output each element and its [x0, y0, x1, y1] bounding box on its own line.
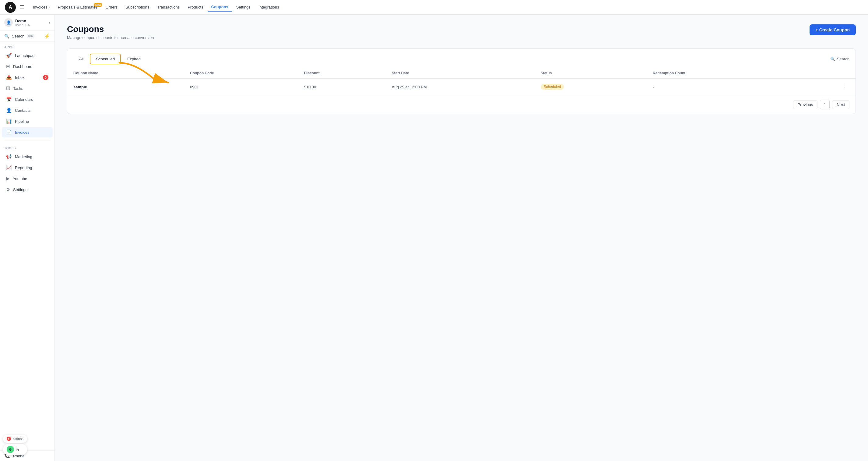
sidebar-search[interactable]: 🔍 Search ⌘K ⚡: [0, 31, 55, 42]
sidebar-user[interactable]: 👤 Demo Irvine, CA ▾: [0, 15, 55, 31]
next-button[interactable]: Next: [832, 100, 849, 109]
coupon-name-cell: sample: [67, 79, 184, 95]
search-icon: 🔍: [830, 57, 835, 61]
row-options-button[interactable]: ⋮: [840, 83, 849, 91]
sidebar-item-inbox[interactable]: 📥 Inbox 0: [2, 72, 53, 83]
col-discount: Discount: [298, 68, 385, 79]
main-content: Coupons Manage coupon discounts to incre…: [55, 15, 868, 461]
settings-icon: ⚙: [6, 187, 10, 192]
sidebar-item-calendars[interactable]: 📅 Calendars: [2, 94, 53, 105]
coupon-startdate-cell: Aug 29 at 12:00 PM: [386, 79, 535, 95]
search-label: Search: [12, 34, 24, 38]
sidebar-item-invoices[interactable]: 📄 Invoices: [2, 127, 53, 137]
top-navigation: A ☰ Invoices ▾ Proposals & Estimates New…: [0, 0, 868, 15]
notification-stack: 5 cations G ile: [3, 435, 27, 455]
nav-products[interactable]: Products: [184, 3, 207, 11]
sidebar-item-label: Pipeline: [15, 119, 29, 124]
coupons-table: Coupon Name Coupon Code Discount Start D…: [67, 68, 856, 95]
sidebar-item-label: Dashboard: [13, 64, 33, 69]
sidebar-item-tasks[interactable]: ☑ Tasks: [2, 83, 53, 93]
dashboard-icon: ⊞: [6, 64, 10, 69]
notification-label: ile: [16, 448, 19, 451]
sidebar-item-launchpad[interactable]: 🚀 Launchpad: [2, 50, 53, 61]
sidebar-item-label: Calendars: [15, 97, 33, 102]
page-number: 1: [820, 99, 830, 109]
page-title: Coupons: [67, 24, 154, 34]
notification-badge: 5: [7, 437, 11, 441]
previous-button[interactable]: Previous: [793, 100, 818, 109]
tab-expired[interactable]: Expired: [122, 54, 147, 64]
sidebar-item-youtube[interactable]: ▶ Youtube: [2, 173, 53, 184]
chevron-down-icon: ▾: [49, 21, 50, 24]
nav-proposals[interactable]: Proposals & Estimates New: [54, 3, 101, 11]
col-coupon-name: Coupon Name: [67, 68, 184, 79]
sidebar-item-marketing[interactable]: 📢 Marketing: [2, 151, 53, 162]
nav-invoices[interactable]: Invoices ▾: [29, 3, 54, 11]
sidebar-item-label: Marketing: [15, 154, 32, 159]
filter-tabs: All Scheduled Expired: [73, 54, 147, 64]
nav-links: Invoices ▾ Proposals & Estimates New Ord…: [29, 3, 863, 11]
sidebar-item-reporting[interactable]: 📈 Reporting: [2, 163, 53, 173]
contacts-icon: 👤: [6, 108, 12, 113]
nav-orders[interactable]: Orders: [102, 3, 121, 11]
sidebar-item-label: Contacts: [15, 108, 30, 113]
pipeline-icon: 📊: [6, 118, 12, 124]
chevron-down-icon: ▾: [49, 5, 50, 9]
coupon-redemption-cell: -: [647, 79, 788, 95]
sidebar-divider: [4, 140, 50, 141]
apps-section-label: Apps: [0, 42, 55, 50]
nav-settings[interactable]: Settings: [232, 3, 254, 11]
coupon-status-cell: Scheduled: [535, 79, 647, 95]
inbox-badge: 0: [43, 75, 49, 80]
sidebar-item-pipeline[interactable]: 📊 Pipeline: [2, 116, 53, 126]
sidebar-item-dashboard[interactable]: ⊞ Dashboard: [2, 61, 53, 71]
tasks-icon: ☑: [6, 86, 10, 91]
calendars-icon: 📅: [6, 96, 12, 102]
table-search[interactable]: 🔍 Search: [830, 57, 849, 61]
coupons-table-container: All Scheduled Expired 🔍 Search Coupon Na…: [67, 49, 856, 114]
sidebar-item-settings[interactable]: ⚙ Settings: [2, 184, 53, 195]
notification-item-2[interactable]: G ile: [3, 444, 27, 455]
sidebar-item-label: Youtube: [13, 176, 27, 181]
table-header-row: Coupon Name Coupon Code Discount Start D…: [67, 68, 856, 79]
create-coupon-button[interactable]: + Create Coupon: [810, 24, 856, 35]
nav-transactions[interactable]: Transactions: [153, 3, 183, 11]
tab-scheduled[interactable]: Scheduled: [90, 54, 121, 64]
invoices-icon: 📄: [6, 129, 12, 135]
marketing-icon: 📢: [6, 154, 12, 160]
user-location: Irvine, CA: [15, 23, 30, 27]
sidebar-item-label: Tasks: [13, 86, 23, 91]
page-header: Coupons Manage coupon discounts to incre…: [67, 24, 856, 40]
sidebar-search-action-icon[interactable]: ⚡: [44, 33, 50, 39]
nav-subscriptions[interactable]: Subscriptions: [122, 3, 153, 11]
user-info: 👤 Demo Irvine, CA: [4, 18, 30, 27]
hamburger-icon[interactable]: ☰: [20, 4, 24, 11]
launchpad-icon: 🚀: [6, 53, 12, 58]
tab-all[interactable]: All: [73, 54, 89, 64]
tools-section-label: Tools: [0, 143, 55, 151]
col-actions: [788, 68, 856, 79]
col-status: Status: [535, 68, 647, 79]
sidebar-item-label: Inbox: [15, 75, 25, 80]
user-name: Demo: [15, 19, 30, 23]
notification-label: cations: [13, 437, 24, 440]
avatar: 👤: [4, 18, 13, 27]
youtube-icon: ▶: [6, 176, 10, 181]
status-badge: Scheduled: [541, 84, 564, 90]
sidebar: 👤 Demo Irvine, CA ▾ 🔍 Search ⌘K ⚡ Apps 🚀…: [0, 15, 55, 461]
sidebar-item-contacts[interactable]: 👤 Contacts: [2, 105, 53, 115]
sidebar-item-label: Settings: [13, 188, 27, 192]
reporting-icon: 📈: [6, 165, 12, 170]
table-row: sample 0901 $10.00 Aug 29 at 12:00 PM Sc…: [67, 79, 856, 95]
notification-item-1[interactable]: 5 cations: [3, 435, 27, 443]
page-title-group: Coupons Manage coupon discounts to incre…: [67, 24, 154, 40]
nav-integrations[interactable]: Integrations: [255, 3, 283, 11]
sidebar-item-label: Reporting: [15, 166, 32, 170]
inbox-icon: 📥: [6, 75, 12, 80]
nav-coupons[interactable]: Coupons: [208, 3, 232, 11]
pagination: Previous 1 Next: [67, 95, 856, 114]
app-logo: A: [5, 2, 16, 13]
coupon-code-cell: 0901: [184, 79, 298, 95]
search-label: Search: [837, 57, 849, 61]
search-icon: 🔍: [4, 34, 9, 39]
